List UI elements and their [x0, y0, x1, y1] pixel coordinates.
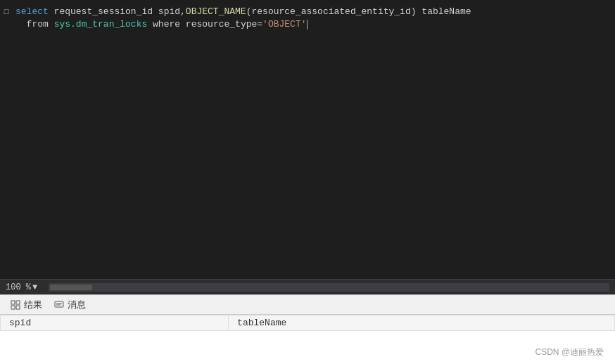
- space1: [49, 19, 54, 30]
- table-ref: sys.dm_tran_locks: [54, 19, 148, 30]
- code-content: □ select request_session_id spid,OBJECT_…: [0, 0, 615, 37]
- line-content-1: select request_session_id spid,OBJECT_NA…: [13, 6, 615, 18]
- svg-rect-4: [55, 301, 63, 307]
- watermark: CSDN @迪丽热爱: [535, 346, 604, 358]
- header-row: spid tableName: [1, 316, 615, 331]
- svg-rect-1: [16, 301, 20, 304]
- editor-container: □ select request_session_id spid,OBJECT_…: [0, 0, 615, 364]
- svg-rect-0: [11, 301, 15, 304]
- scrollbar-thumb[interactable]: [50, 285, 92, 290]
- collapse-icon[interactable]: □: [4, 6, 9, 18]
- panel-tabs: 结果 消息: [0, 295, 615, 315]
- code-text: request_session_id spid,: [49, 6, 186, 17]
- line-content-2: from sys.dm_tran_locks where resource_ty…: [13, 18, 615, 31]
- horizontal-scrollbar[interactable]: [49, 283, 609, 292]
- code-line-1: □ select request_session_id spid,OBJECT_…: [0, 6, 615, 18]
- bottom-panel: 结果 消息 spid tableName: [0, 294, 615, 364]
- tab-results-label: 结果: [24, 299, 42, 311]
- results-table-area: spid tableName CSDN @迪丽热爱: [0, 315, 615, 364]
- results-table: spid tableName: [0, 315, 615, 331]
- tab-messages[interactable]: 消息: [49, 297, 90, 313]
- line-indicator-1: □: [0, 6, 13, 18]
- code-text2: (resource_associated_entity_id) tableNam…: [246, 6, 471, 17]
- results-icon: [10, 299, 21, 311]
- status-row: 100 % ▼: [0, 279, 615, 294]
- col-header-tablename: tableName: [229, 316, 615, 331]
- text-cursor: [307, 20, 308, 30]
- zoom-dropdown-icon[interactable]: ▼: [32, 282, 37, 292]
- string-value: 'OBJECT': [262, 19, 306, 30]
- tab-results[interactable]: 结果: [6, 297, 46, 313]
- table-header: spid tableName: [1, 316, 615, 331]
- where-clause: where resource_type=: [147, 19, 262, 30]
- col-header-spid: spid: [1, 316, 229, 331]
- function-name: OBJECT_NAME: [186, 6, 246, 17]
- keyword-select: select: [15, 6, 49, 17]
- code-line-2: from sys.dm_tran_locks where resource_ty…: [0, 18, 615, 31]
- tab-messages-label: 消息: [68, 299, 86, 311]
- code-area[interactable]: □ select request_session_id spid,OBJECT_…: [0, 0, 615, 279]
- zoom-control[interactable]: 100 % ▼: [6, 282, 37, 292]
- svg-rect-2: [11, 306, 15, 309]
- zoom-value: 100 %: [6, 282, 31, 292]
- from-keyword: from: [27, 19, 49, 30]
- keyword-from: [15, 19, 27, 30]
- svg-rect-3: [16, 306, 20, 309]
- messages-icon: [53, 299, 65, 311]
